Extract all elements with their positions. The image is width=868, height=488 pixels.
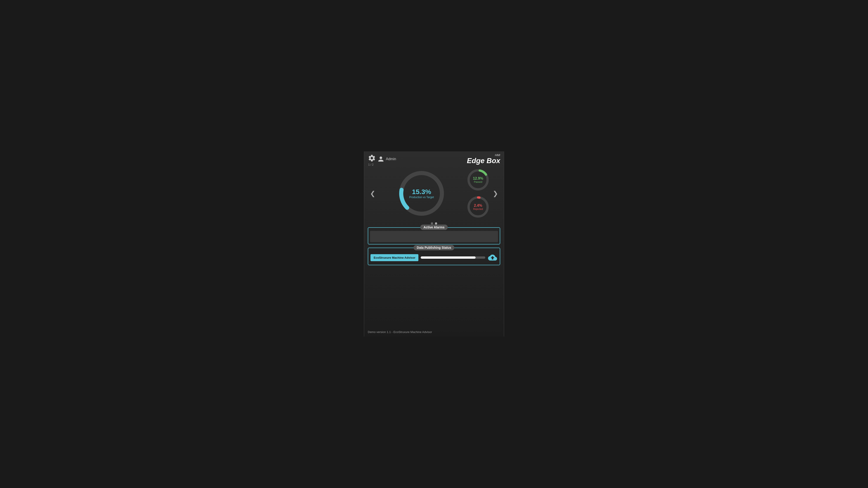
large-donut-container: 15.3% Production vs Target [377,168,466,218]
app-container: Admin 1 / 2 HMI Edge Box ❮ [364,151,504,337]
footer: Demo version 1.1 - EcoStruxure Machine A… [364,328,504,337]
large-donut-desc: Production vs Target [409,196,434,199]
small-donuts-container: 12.9% Passed 2.4% Rejected [466,167,491,219]
rejected-label: 2.4% Rejected [473,203,483,210]
progress-bar-fill [421,256,475,259]
large-donut-percent: 15.3% [409,188,434,196]
rejected-donut: 2.4% Rejected [466,195,491,219]
data-publishing-section: Data Publishing Status EcoStruxure Machi… [368,248,500,265]
gear-icon[interactable] [368,154,376,164]
publishing-row: EcoStruxure Machine Advisor [370,253,498,263]
active-alarms-title: Active Alarms [421,225,448,230]
passed-label: 12.9% Passed [473,176,483,183]
cloud-upload-icon [488,253,498,263]
admin-label: Admin [386,157,396,161]
dot-1[interactable] [431,222,433,225]
rejected-desc: Rejected [473,207,483,210]
user-section: Admin [378,156,396,162]
rejected-percent: 2.4% [473,203,483,207]
eco-label: EcoStruxure Machine Advisor [370,254,418,261]
alarm-display [370,231,498,242]
user-icon [378,156,384,162]
large-donut: 15.3% Production vs Target [397,168,446,218]
dot-2[interactable] [435,222,437,225]
passed-percent: 12.9% [473,176,483,181]
edge-box-text: Edge Box [467,157,500,165]
charts-area: ❮ 15.3% Produ [368,165,500,221]
next-arrow[interactable]: ❯ [491,188,500,199]
header: Admin 1 / 2 HMI Edge Box [364,151,504,165]
footer-text: Demo version 1.1 - EcoStruxure Machine A… [368,330,432,334]
hmi-text: HMI [467,154,500,157]
passed-donut: 12.9% Passed [466,167,491,192]
data-publishing-title: Data Publishing Status [414,245,454,250]
progress-bar-container [421,256,485,259]
brand-title: HMI Edge Box [467,154,500,165]
active-alarms-section: Active Alarms [368,227,500,245]
passed-desc: Passed [473,181,483,183]
outer-wrapper: Admin 1 / 2 HMI Edge Box ❮ [0,0,868,488]
prev-arrow[interactable]: ❮ [368,188,377,199]
page-indicator: 1 / 2 [368,163,373,166]
pagination-dots [368,222,500,225]
large-donut-label: 15.3% Production vs Target [409,188,434,199]
main-content: ❮ 15.3% Produ [364,165,504,328]
